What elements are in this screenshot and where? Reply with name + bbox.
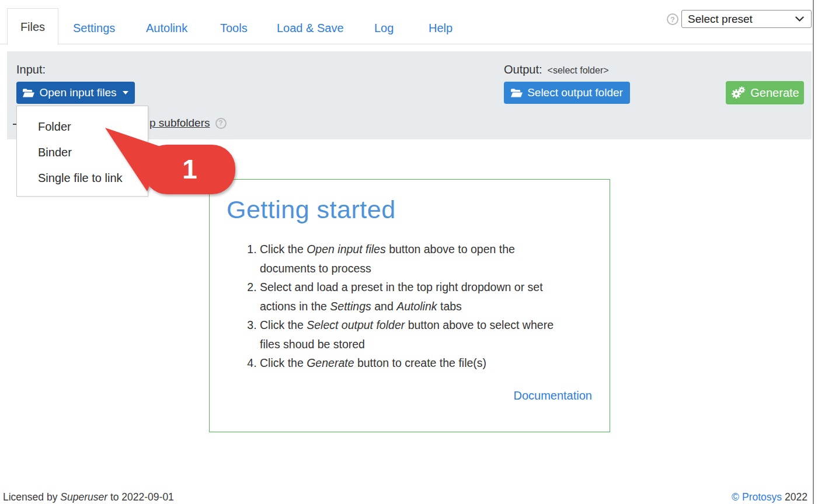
chevron-down-icon bbox=[795, 16, 804, 22]
tab-log[interactable]: Log bbox=[374, 22, 394, 35]
copyright-year: 2022 bbox=[785, 491, 807, 503]
input-label: Input: bbox=[16, 63, 46, 76]
tab-autolink[interactable]: Autolink bbox=[146, 22, 187, 35]
select-output-folder-label: Select output folder bbox=[527, 86, 623, 99]
copyright-symbol: © bbox=[732, 491, 739, 503]
tab-tools[interactable]: Tools bbox=[220, 22, 248, 35]
output-row: Output: <select folder> bbox=[504, 63, 609, 76]
step-4: Click the Generate button to create the … bbox=[260, 354, 554, 373]
copyright-text: © Protosys 2022 bbox=[732, 491, 807, 503]
tab-help[interactable]: Help bbox=[429, 22, 452, 35]
tab-load-save[interactable]: Load & Save bbox=[277, 22, 344, 35]
generate-button[interactable]: Generate bbox=[726, 81, 804, 104]
company-link[interactable]: Protosys bbox=[742, 491, 782, 503]
app-window: Files Settings Autolink Tools Load & Sav… bbox=[0, 0, 818, 504]
caret-down-icon bbox=[123, 91, 128, 94]
getting-started-title: Getting started bbox=[227, 195, 396, 224]
step-1: Click the Open input files button above … bbox=[260, 240, 554, 278]
tabbar-divider bbox=[0, 44, 813, 44]
preset-select-value: Select preset bbox=[688, 13, 795, 26]
tab-settings[interactable]: Settings bbox=[73, 22, 115, 35]
open-folder-icon bbox=[511, 89, 523, 97]
getting-started-steps: Click the Open input files button above … bbox=[227, 240, 554, 373]
tab-files[interactable]: Files bbox=[7, 8, 58, 45]
window-edge bbox=[813, 0, 814, 504]
open-input-files-button[interactable]: Open input files bbox=[16, 82, 135, 104]
preset-select[interactable]: Select preset bbox=[681, 10, 812, 28]
license-user: Superuser bbox=[60, 491, 107, 503]
open-input-files-label: Open input files bbox=[39, 86, 116, 99]
gears-icon bbox=[730, 86, 746, 99]
step-3: Click the Select output folder button ab… bbox=[260, 316, 554, 354]
preset-help-icon[interactable]: ? bbox=[667, 13, 678, 25]
license-text: Licensed by Superuser to 2022-09-01 bbox=[3, 491, 174, 503]
callout-arrow bbox=[96, 117, 242, 201]
output-folder-value: <select folder> bbox=[548, 65, 609, 76]
open-folder-icon bbox=[23, 89, 34, 97]
select-output-folder-button[interactable]: Select output folder bbox=[504, 82, 630, 104]
step-2: Select and load a preset in the top righ… bbox=[260, 278, 554, 316]
documentation-link[interactable]: Documentation bbox=[513, 389, 592, 402]
getting-started-panel: Getting started Click the Open input fil… bbox=[209, 179, 610, 432]
output-label: Output: bbox=[504, 63, 542, 76]
callout-number: 1 bbox=[175, 153, 205, 186]
generate-label: Generate bbox=[750, 86, 799, 100]
